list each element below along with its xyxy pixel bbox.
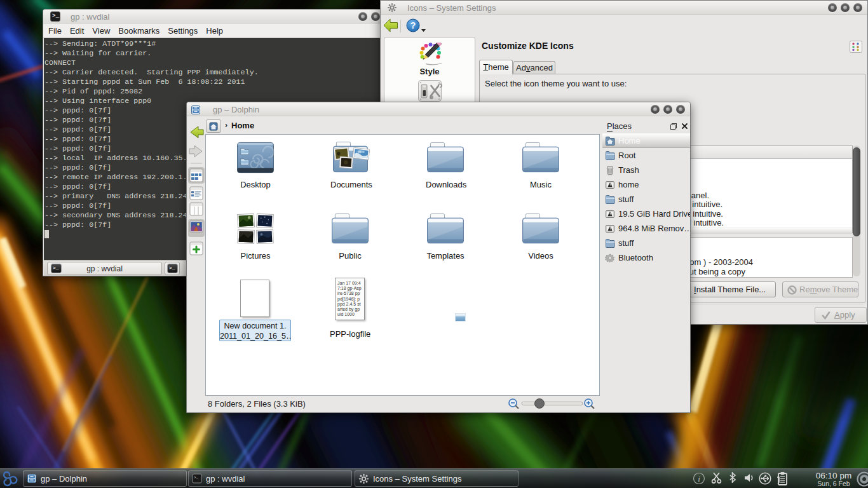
svg-text:>_: >_ bbox=[194, 475, 199, 480]
svg-text:?: ? bbox=[410, 20, 416, 30]
svg-text:i: i bbox=[698, 474, 700, 484]
